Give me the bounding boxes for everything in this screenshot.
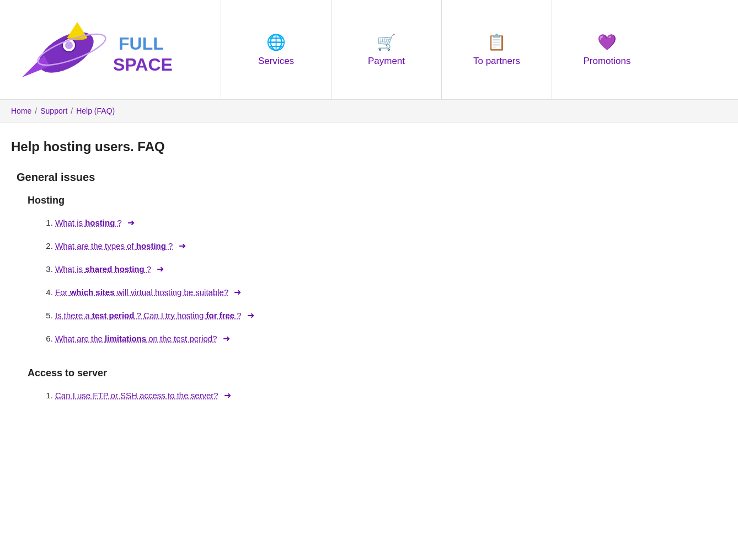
main-nav: 🌐 Services 🛒 Payment 📋 To partners 💜 Pro… bbox=[221, 0, 738, 99]
subsection-hosting: Hosting What is hosting ? ➜ What are the… bbox=[11, 195, 541, 345]
nav-payment-label: Payment bbox=[368, 56, 405, 67]
arrow-icon-2[interactable]: ➜ bbox=[179, 239, 186, 253]
header: FULL SPACE 🌐 Services 🛒 Payment 📋 To par… bbox=[0, 0, 738, 100]
services-icon: 🌐 bbox=[266, 33, 286, 51]
subsection-access: Access to server Can I use FTP or SSH ac… bbox=[11, 367, 541, 402]
list-item: What is hosting ? ➜ bbox=[55, 216, 541, 230]
nav-services-label: Services bbox=[258, 56, 294, 67]
access-faq-list: Can I use FTP or SSH access to the serve… bbox=[55, 389, 541, 402]
faq-link-5[interactable]: Is there a test period ? Can I try hosti… bbox=[55, 311, 242, 320]
svg-point-3 bbox=[65, 41, 73, 49]
nav-services[interactable]: 🌐 Services bbox=[221, 0, 331, 99]
list-item: For which sites will virtual hosting be … bbox=[55, 286, 541, 299]
breadcrumb-faq[interactable]: Help (FAQ) bbox=[76, 106, 115, 115]
breadcrumb-sep-2: / bbox=[71, 106, 73, 115]
subsection-access-title: Access to server bbox=[28, 367, 541, 379]
faq-link-2[interactable]: What are the types of hosting ? bbox=[55, 241, 173, 250]
list-item: What are the types of hosting ? ➜ bbox=[55, 239, 541, 253]
main-content: Help hosting users. FAQ General issues H… bbox=[0, 122, 552, 446]
nav-payment[interactable]: 🛒 Payment bbox=[331, 0, 441, 99]
subsection-hosting-title: Hosting bbox=[28, 195, 541, 206]
section-general-title: General issues bbox=[17, 171, 541, 184]
faq-link-3[interactable]: What is shared hosting ? bbox=[55, 264, 151, 274]
svg-marker-1 bbox=[22, 55, 50, 77]
svg-text:FULL: FULL bbox=[119, 34, 164, 54]
page-title: Help hosting users. FAQ bbox=[11, 139, 541, 154]
svg-text:SPACE: SPACE bbox=[113, 55, 173, 74]
breadcrumb-home[interactable]: Home bbox=[11, 106, 31, 115]
partners-icon: 📋 bbox=[487, 33, 506, 51]
arrow-icon-access-1[interactable]: ➜ bbox=[224, 389, 231, 402]
nav-promotions[interactable]: 💜 Promotions bbox=[552, 0, 662, 99]
arrow-icon-6[interactable]: ➜ bbox=[223, 332, 230, 345]
list-item: What is shared hosting ? ➜ bbox=[55, 263, 541, 276]
section-general: General issues Hosting What is hosting ?… bbox=[11, 171, 541, 402]
arrow-icon-1[interactable]: ➜ bbox=[127, 216, 135, 230]
nav-partners[interactable]: 📋 To partners bbox=[441, 0, 552, 99]
nav-partners-label: To partners bbox=[473, 56, 520, 67]
logo[interactable]: FULL SPACE bbox=[11, 6, 210, 94]
logo-area: FULL SPACE bbox=[0, 0, 221, 99]
faq-link-access-1[interactable]: Can I use FTP or SSH access to the serve… bbox=[55, 391, 218, 400]
faq-link-4[interactable]: For which sites will virtual hosting be … bbox=[55, 287, 228, 297]
list-item: What are the limitations on the test per… bbox=[55, 332, 541, 345]
list-item: Is there a test period ? Can I try hosti… bbox=[55, 309, 541, 322]
promotions-icon: 💜 bbox=[597, 33, 617, 51]
nav-promotions-label: Promotions bbox=[584, 56, 631, 67]
payment-icon: 🛒 bbox=[377, 33, 396, 51]
list-item: Can I use FTP or SSH access to the serve… bbox=[55, 389, 541, 402]
hosting-faq-list: What is hosting ? ➜ What are the types o… bbox=[55, 216, 541, 345]
breadcrumb-support[interactable]: Support bbox=[40, 106, 67, 115]
faq-link-6[interactable]: What are the limitations on the test per… bbox=[55, 334, 217, 343]
faq-link-1[interactable]: What is hosting ? bbox=[55, 218, 122, 227]
arrow-icon-4[interactable]: ➜ bbox=[234, 286, 241, 299]
breadcrumb: Home / Support / Help (FAQ) bbox=[0, 100, 738, 122]
breadcrumb-sep-1: / bbox=[35, 106, 37, 115]
arrow-icon-3[interactable]: ➜ bbox=[157, 263, 164, 276]
arrow-icon-5[interactable]: ➜ bbox=[247, 309, 254, 322]
